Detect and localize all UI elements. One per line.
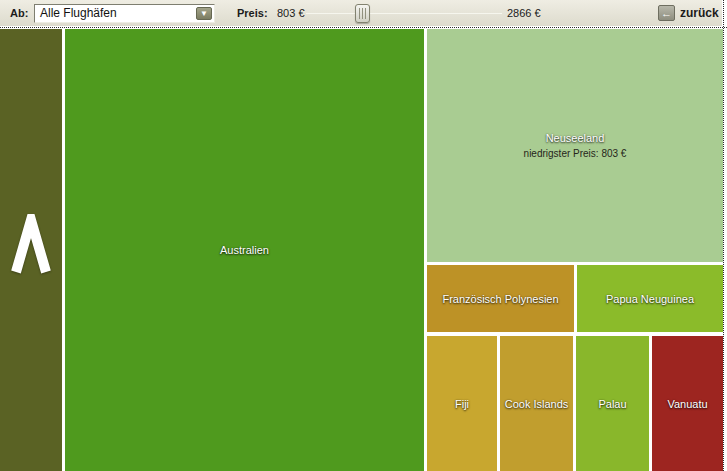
airport-select-value: Alle Flughäfen [40, 6, 117, 20]
airport-select[interactable]: Alle Flughäfen ▼ [34, 4, 215, 23]
treemap-cell-palau[interactable]: Palau [576, 336, 649, 471]
price-slider-track[interactable] [306, 13, 502, 14]
cell-label: Papua Neuguinea [606, 293, 694, 305]
treemap-cell-fiji[interactable]: Fiji [427, 336, 497, 471]
treemap-cell-australien[interactable]: Australien [65, 28, 424, 471]
price-slider-handle[interactable] [355, 4, 370, 23]
cell-subtitle: niedrigster Preis: 803 € [524, 148, 627, 159]
toolbar-divider [0, 26, 727, 29]
cell-label: Palau [598, 398, 626, 410]
price-current-value: 803 € [277, 0, 305, 26]
toolbar: Ab: Alle Flughäfen ▼ Preis: 803 € 2866 €… [0, 0, 722, 26]
grip-icon [359, 8, 367, 19]
ab-label: Ab: [10, 0, 28, 26]
treemap-cell-neuseeland[interactable]: Neuseelandniedrigster Preis: 803 € [427, 28, 723, 262]
app-stage: AustralienNeuseelandniedrigster Preis: 8… [0, 0, 727, 471]
price-max-value: 2866 € [507, 0, 541, 26]
treemap: AustralienNeuseelandniedrigster Preis: 8… [0, 0, 727, 471]
back-button-label: zurück [680, 6, 719, 20]
cell-label: Neuseeland [546, 132, 605, 144]
treemap-cell-cook-islands[interactable]: Cook Islands [500, 336, 573, 471]
price-label: Preis: [237, 0, 268, 26]
treemap-cell-papua-neuguinea[interactable]: Papua Neuguinea [577, 265, 723, 332]
treemap-cell-franz-sisch-polynesien[interactable]: Französisch Polynesien [427, 265, 574, 332]
right-edge-border [723, 0, 724, 471]
cell-label: Cook Islands [505, 398, 569, 410]
cell-label: Vanuatu [667, 398, 707, 410]
cell-label: Französisch Polynesien [442, 293, 558, 305]
treemap-cell-vanuatu[interactable]: Vanuatu [652, 336, 723, 471]
chevron-down-icon[interactable]: ▼ [196, 7, 212, 20]
left-arrow-icon: ← [658, 5, 675, 21]
cell-label: Australien [220, 244, 269, 256]
chevron-up-icon [9, 28, 53, 280]
cell-label: Fiji [455, 398, 469, 410]
nav-up-button[interactable] [0, 28, 62, 471]
back-button[interactable]: ← zurück [658, 0, 719, 26]
